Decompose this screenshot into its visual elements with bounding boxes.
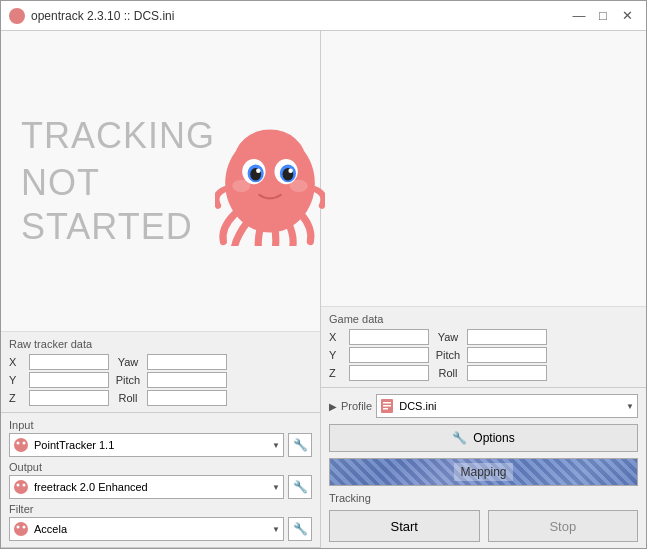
raw-yaw-value (147, 354, 227, 370)
options-icon: 🔧 (452, 431, 467, 445)
raw-x-value (29, 354, 109, 370)
mapping-button[interactable]: Mapping (329, 458, 638, 486)
output-group: Output freetrack 2.0 Enh (9, 461, 312, 499)
raw-z-axis: Z (9, 392, 25, 404)
input-group: Input PointTracker 1.1 (9, 419, 312, 457)
game-y-row: Y Pitch (329, 347, 638, 363)
game-z-axis: Z (329, 367, 345, 379)
filter-row: Accela ▼ 🔧 (9, 517, 312, 541)
start-button[interactable]: Start (329, 510, 480, 542)
svg-point-12 (14, 438, 28, 452)
profile-row: ▶ Profile DCS.ini (329, 394, 638, 418)
filter-settings-button[interactable]: 🔧 (288, 517, 312, 541)
svg-rect-23 (383, 405, 391, 407)
raw-tracker-section: Raw tracker data X Yaw Y Pitch (1, 332, 320, 413)
stop-button[interactable]: Stop (488, 510, 639, 542)
output-select[interactable]: freetrack 2.0 Enhanced (9, 475, 284, 499)
tracking-section-label: Tracking (329, 492, 638, 504)
raw-tracker-label: Raw tracker data (9, 338, 312, 350)
app-icon (9, 8, 25, 24)
output-row: freetrack 2.0 Enhanced ▼ 🔧 (9, 475, 312, 499)
tracking-line2: NOT STARTED (21, 161, 215, 247)
profile-select[interactable]: DCS.ini (376, 394, 638, 418)
window-title: opentrack 2.3.10 :: DCS.ini (31, 9, 174, 23)
raw-z-row: Z Roll (9, 390, 312, 406)
close-button[interactable]: ✕ (616, 5, 638, 27)
filter-label: Filter (9, 503, 312, 515)
svg-point-19 (17, 526, 20, 529)
filter-select-wrapper: Accela ▼ (9, 517, 284, 541)
output-tracker-icon (13, 479, 29, 495)
game-data-rows: X Yaw Y Pitch Z Roll (329, 329, 638, 381)
titlebar-left: opentrack 2.3.10 :: DCS.ini (9, 8, 174, 24)
raw-z-value (29, 390, 109, 406)
game-y-axis: Y (329, 349, 345, 361)
game-x-row: X Yaw (329, 329, 638, 345)
svg-point-10 (256, 168, 260, 172)
game-z-row: Z Roll (329, 365, 638, 381)
filter-icon (13, 521, 29, 537)
raw-tracker-rows: X Yaw Y Pitch Z Roll (9, 354, 312, 406)
game-x-value (349, 329, 429, 345)
raw-y-row: Y Pitch (9, 372, 312, 388)
game-yaw-value (467, 329, 547, 345)
raw-y-value (29, 372, 109, 388)
raw-roll-label: Roll (113, 392, 143, 404)
raw-yaw-label: Yaw (113, 356, 143, 368)
raw-x-row: X Yaw (9, 354, 312, 370)
window-controls: — □ ✕ (568, 5, 638, 27)
raw-y-axis: Y (9, 374, 25, 386)
game-yaw-label: Yaw (433, 331, 463, 343)
mapping-label: Mapping (454, 463, 512, 481)
filter-group: Filter Accela (9, 503, 312, 541)
output-label: Output (9, 461, 312, 473)
game-y-value (349, 347, 429, 363)
tracking-line1: TRACKING (21, 114, 215, 157)
left-panel: TRACKING NOT STARTED (1, 31, 321, 548)
game-roll-value (467, 365, 547, 381)
filter-select[interactable]: Accela (9, 517, 284, 541)
raw-x-axis: X (9, 356, 25, 368)
input-tracker-icon (13, 437, 29, 453)
svg-point-17 (23, 484, 26, 487)
input-select[interactable]: PointTracker 1.1 (9, 433, 284, 457)
io-section: Input PointTracker 1.1 (1, 413, 320, 548)
right-panel: Game data X Yaw Y Pitch (321, 31, 646, 548)
game-roll-label: Roll (433, 367, 463, 379)
tracking-status: TRACKING NOT STARTED (21, 114, 215, 248)
game-data-label: Game data (329, 313, 638, 325)
svg-rect-22 (383, 402, 391, 404)
hero-section: TRACKING NOT STARTED (1, 31, 320, 332)
svg-point-18 (14, 522, 28, 536)
game-x-axis: X (329, 331, 345, 343)
svg-point-14 (23, 442, 26, 445)
titlebar: opentrack 2.3.10 :: DCS.ini — □ ✕ (1, 1, 646, 31)
options-label: Options (473, 431, 514, 445)
profile-select-wrapper: DCS.ini ▼ (376, 394, 638, 418)
game-pitch-label: Pitch (433, 349, 463, 361)
game-data-section: Game data X Yaw Y Pitch (321, 307, 646, 388)
main-window: opentrack 2.3.10 :: DCS.ini — □ ✕ TRACKI… (0, 0, 647, 549)
output-select-wrapper: freetrack 2.0 Enhanced ▼ (9, 475, 284, 499)
right-controls-section: ▶ Profile DCS.ini (321, 388, 646, 548)
game-pitch-value (467, 347, 547, 363)
restore-button[interactable]: □ (592, 5, 614, 27)
output-settings-button[interactable]: 🔧 (288, 475, 312, 499)
right-hero (321, 31, 646, 307)
minimize-button[interactable]: — (568, 5, 590, 27)
svg-point-15 (14, 480, 28, 494)
svg-point-16 (17, 484, 20, 487)
svg-rect-24 (383, 408, 388, 410)
input-settings-button[interactable]: 🔧 (288, 433, 312, 457)
raw-pitch-value (147, 372, 227, 388)
svg-point-13 (17, 442, 20, 445)
svg-point-11 (288, 168, 292, 172)
octopus-svg (215, 116, 325, 246)
options-button[interactable]: 🔧 Options (329, 424, 638, 452)
raw-pitch-label: Pitch (113, 374, 143, 386)
input-row: PointTracker 1.1 ▼ 🔧 (9, 433, 312, 457)
profile-file-icon (379, 398, 395, 414)
profile-label: Profile (341, 400, 372, 412)
profile-expand-icon[interactable]: ▶ (329, 401, 337, 412)
svg-point-20 (23, 526, 26, 529)
